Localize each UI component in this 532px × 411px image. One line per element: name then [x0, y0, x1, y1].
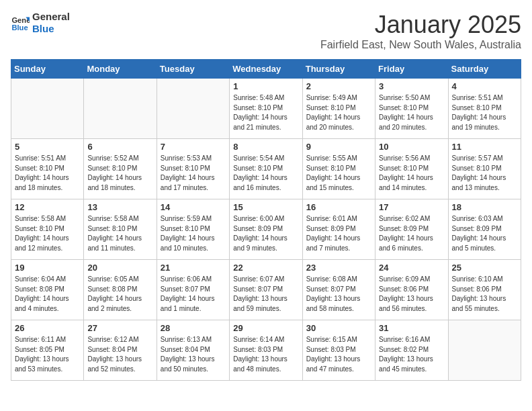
- day-number: 22: [233, 263, 298, 273]
- day-info: Sunrise: 6:10 AM Sunset: 8:06 PM Dayligh…: [452, 275, 517, 314]
- week-row-2: 5Sunrise: 5:51 AM Sunset: 8:10 PM Daylig…: [11, 139, 521, 199]
- day-number: 30: [306, 323, 371, 333]
- calendar-cell: [448, 320, 521, 381]
- calendar-cell: 20Sunrise: 6:05 AM Sunset: 8:08 PM Dayli…: [84, 260, 157, 320]
- day-info: Sunrise: 6:07 AM Sunset: 8:07 PM Dayligh…: [233, 275, 298, 314]
- calendar-cell: 2Sunrise: 5:49 AM Sunset: 8:10 PM Daylig…: [302, 79, 375, 139]
- day-info: Sunrise: 5:56 AM Sunset: 8:10 PM Dayligh…: [379, 154, 444, 193]
- day-info: Sunrise: 6:16 AM Sunset: 8:02 PM Dayligh…: [379, 335, 444, 374]
- day-info: Sunrise: 6:08 AM Sunset: 8:07 PM Dayligh…: [306, 275, 371, 314]
- calendar-cell: 28Sunrise: 6:13 AM Sunset: 8:04 PM Dayli…: [157, 320, 229, 381]
- calendar-cell: 14Sunrise: 5:59 AM Sunset: 8:10 PM Dayli…: [157, 199, 229, 260]
- calendar-cell: 19Sunrise: 6:04 AM Sunset: 8:08 PM Dayli…: [11, 260, 84, 320]
- day-info: Sunrise: 6:14 AM Sunset: 8:03 PM Dayligh…: [233, 335, 298, 374]
- day-info: Sunrise: 6:13 AM Sunset: 8:04 PM Dayligh…: [161, 335, 226, 374]
- day-number: 14: [161, 202, 226, 212]
- day-info: Sunrise: 6:15 AM Sunset: 8:03 PM Dayligh…: [306, 335, 371, 374]
- day-info: Sunrise: 6:03 AM Sunset: 8:09 PM Dayligh…: [452, 214, 517, 253]
- calendar-cell: 18Sunrise: 6:03 AM Sunset: 8:09 PM Dayli…: [448, 199, 521, 260]
- day-info: Sunrise: 6:11 AM Sunset: 8:05 PM Dayligh…: [15, 335, 80, 374]
- weekday-header-row: SundayMondayTuesdayWednesdayThursdayFrid…: [11, 60, 521, 79]
- day-number: 27: [87, 323, 152, 333]
- day-number: 23: [306, 263, 371, 273]
- page-header: General Blue General Blue January 2025 F…: [11, 11, 521, 51]
- calendar-cell: 10Sunrise: 5:56 AM Sunset: 8:10 PM Dayli…: [375, 139, 448, 199]
- day-number: 11: [452, 142, 517, 152]
- day-number: 8: [233, 142, 298, 152]
- day-info: Sunrise: 6:05 AM Sunset: 8:08 PM Dayligh…: [87, 275, 152, 314]
- calendar-cell: 11Sunrise: 5:57 AM Sunset: 8:10 PM Dayli…: [448, 139, 521, 199]
- calendar-cell: 3Sunrise: 5:50 AM Sunset: 8:10 PM Daylig…: [375, 79, 448, 139]
- day-info: Sunrise: 5:51 AM Sunset: 8:10 PM Dayligh…: [452, 93, 517, 132]
- svg-text:Blue: Blue: [11, 24, 28, 32]
- day-info: Sunrise: 5:58 AM Sunset: 8:10 PM Dayligh…: [87, 214, 152, 253]
- calendar-cell: 23Sunrise: 6:08 AM Sunset: 8:07 PM Dayli…: [302, 260, 375, 320]
- day-number: 21: [161, 263, 226, 273]
- day-info: Sunrise: 6:12 AM Sunset: 8:04 PM Dayligh…: [87, 335, 152, 374]
- calendar-cell: 25Sunrise: 6:10 AM Sunset: 8:06 PM Dayli…: [448, 260, 521, 320]
- calendar-cell: 9Sunrise: 5:55 AM Sunset: 8:10 PM Daylig…: [302, 139, 375, 199]
- day-info: Sunrise: 5:50 AM Sunset: 8:10 PM Dayligh…: [379, 93, 444, 132]
- calendar-cell: 30Sunrise: 6:15 AM Sunset: 8:03 PM Dayli…: [302, 320, 375, 381]
- day-number: 20: [87, 263, 152, 273]
- calendar-cell: [84, 79, 157, 139]
- calendar-cell: 5Sunrise: 5:51 AM Sunset: 8:10 PM Daylig…: [11, 139, 84, 199]
- weekday-header-monday: Monday: [84, 60, 157, 79]
- day-info: Sunrise: 6:09 AM Sunset: 8:06 PM Dayligh…: [379, 275, 444, 314]
- day-number: 15: [233, 202, 298, 212]
- calendar-cell: 15Sunrise: 6:00 AM Sunset: 8:09 PM Dayli…: [230, 199, 302, 260]
- calendar-cell: 24Sunrise: 6:09 AM Sunset: 8:06 PM Dayli…: [375, 260, 448, 320]
- day-number: 4: [452, 81, 517, 91]
- day-number: 7: [161, 142, 226, 152]
- day-number: 18: [452, 202, 517, 212]
- week-row-1: 1Sunrise: 5:48 AM Sunset: 8:10 PM Daylig…: [11, 79, 521, 139]
- day-info: Sunrise: 6:04 AM Sunset: 8:08 PM Dayligh…: [15, 275, 80, 314]
- day-info: Sunrise: 5:52 AM Sunset: 8:10 PM Dayligh…: [87, 154, 152, 193]
- calendar-cell: 26Sunrise: 6:11 AM Sunset: 8:05 PM Dayli…: [11, 320, 84, 381]
- day-info: Sunrise: 6:00 AM Sunset: 8:09 PM Dayligh…: [233, 214, 298, 253]
- logo-line2: Blue: [32, 23, 70, 35]
- weekday-header-friday: Friday: [375, 60, 448, 79]
- day-number: 6: [87, 142, 152, 152]
- day-info: Sunrise: 5:55 AM Sunset: 8:10 PM Dayligh…: [306, 154, 371, 193]
- calendar-title: January 2025: [320, 11, 521, 39]
- calendar-cell: 6Sunrise: 5:52 AM Sunset: 8:10 PM Daylig…: [84, 139, 157, 199]
- day-info: Sunrise: 5:49 AM Sunset: 8:10 PM Dayligh…: [306, 93, 371, 132]
- calendar-cell: 22Sunrise: 6:07 AM Sunset: 8:07 PM Dayli…: [230, 260, 302, 320]
- day-number: 9: [306, 142, 371, 152]
- calendar-cell: 8Sunrise: 5:54 AM Sunset: 8:10 PM Daylig…: [230, 139, 302, 199]
- calendar-table: SundayMondayTuesdayWednesdayThursdayFrid…: [11, 59, 521, 381]
- weekday-header-saturday: Saturday: [448, 60, 521, 79]
- calendar-cell: 31Sunrise: 6:16 AM Sunset: 8:02 PM Dayli…: [375, 320, 448, 381]
- weekday-header-tuesday: Tuesday: [157, 60, 229, 79]
- calendar-cell: [11, 79, 84, 139]
- day-number: 25: [452, 263, 517, 273]
- day-number: 26: [15, 323, 80, 333]
- day-info: Sunrise: 5:51 AM Sunset: 8:10 PM Dayligh…: [15, 154, 80, 193]
- week-row-5: 26Sunrise: 6:11 AM Sunset: 8:05 PM Dayli…: [11, 320, 521, 381]
- calendar-cell: 17Sunrise: 6:02 AM Sunset: 8:09 PM Dayli…: [375, 199, 448, 260]
- week-row-4: 19Sunrise: 6:04 AM Sunset: 8:08 PM Dayli…: [11, 260, 521, 320]
- weekday-header-thursday: Thursday: [302, 60, 375, 79]
- week-row-3: 12Sunrise: 5:58 AM Sunset: 8:10 PM Dayli…: [11, 199, 521, 260]
- weekday-header-sunday: Sunday: [11, 60, 84, 79]
- day-number: 24: [379, 263, 444, 273]
- day-info: Sunrise: 5:59 AM Sunset: 8:10 PM Dayligh…: [161, 214, 226, 253]
- title-section: January 2025 Fairfield East, New South W…: [320, 11, 521, 51]
- day-number: 19: [15, 263, 80, 273]
- day-info: Sunrise: 5:54 AM Sunset: 8:10 PM Dayligh…: [233, 154, 298, 193]
- calendar-cell: 4Sunrise: 5:51 AM Sunset: 8:10 PM Daylig…: [448, 79, 521, 139]
- calendar-cell: 1Sunrise: 5:48 AM Sunset: 8:10 PM Daylig…: [230, 79, 302, 139]
- weekday-header-wednesday: Wednesday: [230, 60, 302, 79]
- day-info: Sunrise: 6:01 AM Sunset: 8:09 PM Dayligh…: [306, 214, 371, 253]
- logo-line1: General: [32, 11, 70, 23]
- day-number: 29: [233, 323, 298, 333]
- logo-icon: General Blue: [11, 13, 30, 32]
- day-number: 16: [306, 202, 371, 212]
- calendar-subtitle: Fairfield East, New South Wales, Austral…: [320, 39, 521, 51]
- calendar-cell: 13Sunrise: 5:58 AM Sunset: 8:10 PM Dayli…: [84, 199, 157, 260]
- day-info: Sunrise: 6:06 AM Sunset: 8:07 PM Dayligh…: [161, 275, 226, 314]
- day-number: 10: [379, 142, 444, 152]
- calendar-cell: 12Sunrise: 5:58 AM Sunset: 8:10 PM Dayli…: [11, 199, 84, 260]
- calendar-cell: [157, 79, 229, 139]
